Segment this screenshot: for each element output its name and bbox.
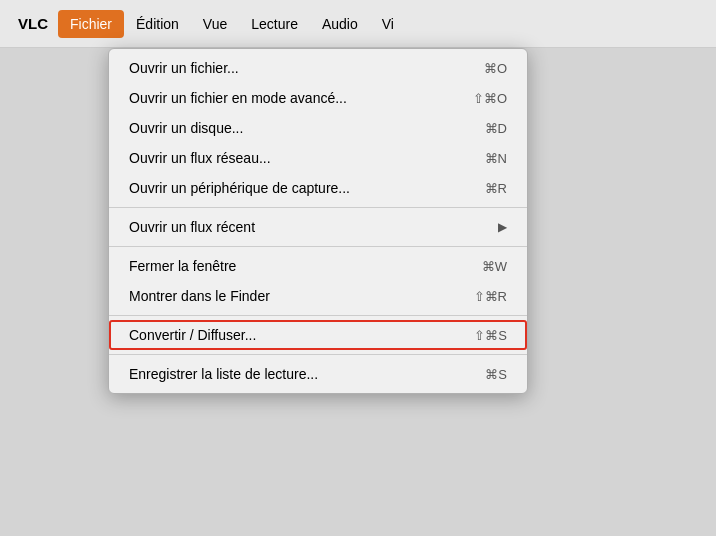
menu-item-close-window-shortcut: ⌘W (482, 259, 507, 274)
menu-item-save-playlist-label: Enregistrer la liste de lecture... (129, 366, 318, 382)
menu-fichier[interactable]: Fichier (58, 10, 124, 38)
menu-item-open-recent-label: Ouvrir un flux récent (129, 219, 255, 235)
menu-item-open-network[interactable]: Ouvrir un flux réseau... ⌘N (109, 143, 527, 173)
menu-item-open-file[interactable]: Ouvrir un fichier... ⌘O (109, 53, 527, 83)
menu-item-close-window[interactable]: Fermer la fenêtre ⌘W (109, 251, 527, 281)
menu-item-open-capture-shortcut: ⌘R (485, 181, 507, 196)
menu-item-convert-stream-label: Convertir / Diffuser... (129, 327, 256, 343)
menu-item-convert-stream[interactable]: Convertir / Diffuser... ⇧⌘S (109, 320, 527, 350)
menu-vue[interactable]: Vue (191, 10, 239, 38)
separator-4 (109, 354, 527, 355)
fichier-dropdown: Ouvrir un fichier... ⌘O Ouvrir un fichie… (108, 48, 528, 394)
menu-item-open-advanced-label: Ouvrir un fichier en mode avancé... (129, 90, 347, 106)
separator-2 (109, 246, 527, 247)
separator-3 (109, 315, 527, 316)
menu-item-open-network-shortcut: ⌘N (485, 151, 507, 166)
menu-item-open-network-label: Ouvrir un flux réseau... (129, 150, 271, 166)
menu-vi[interactable]: Vi (370, 10, 406, 38)
menu-item-show-finder[interactable]: Montrer dans le Finder ⇧⌘R (109, 281, 527, 311)
menu-item-close-window-label: Fermer la fenêtre (129, 258, 236, 274)
menu-item-open-file-label: Ouvrir un fichier... (129, 60, 239, 76)
menu-edition[interactable]: Édition (124, 10, 191, 38)
menu-lecture[interactable]: Lecture (239, 10, 310, 38)
menu-item-save-playlist-shortcut: ⌘S (485, 367, 507, 382)
menu-item-open-recent-arrow: ▶ (498, 220, 507, 234)
menu-item-save-playlist[interactable]: Enregistrer la liste de lecture... ⌘S (109, 359, 527, 389)
menu-item-open-advanced-shortcut: ⇧⌘O (473, 91, 507, 106)
vlc-logo: VLC (8, 9, 58, 38)
menu-item-show-finder-label: Montrer dans le Finder (129, 288, 270, 304)
menu-item-open-file-shortcut: ⌘O (484, 61, 507, 76)
menu-audio[interactable]: Audio (310, 10, 370, 38)
menu-item-open-advanced[interactable]: Ouvrir un fichier en mode avancé... ⇧⌘O (109, 83, 527, 113)
menubar: VLC Fichier Édition Vue Lecture Audio Vi (0, 0, 716, 48)
menu-item-open-disk-shortcut: ⌘D (485, 121, 507, 136)
menu-item-open-capture-label: Ouvrir un périphérique de capture... (129, 180, 350, 196)
menu-item-open-recent[interactable]: Ouvrir un flux récent ▶ (109, 212, 527, 242)
menu-item-show-finder-shortcut: ⇧⌘R (474, 289, 507, 304)
menu-item-convert-stream-shortcut: ⇧⌘S (474, 328, 507, 343)
separator-1 (109, 207, 527, 208)
menu-item-open-disk[interactable]: Ouvrir un disque... ⌘D (109, 113, 527, 143)
menu-item-open-disk-label: Ouvrir un disque... (129, 120, 243, 136)
menu-item-open-capture[interactable]: Ouvrir un périphérique de capture... ⌘R (109, 173, 527, 203)
